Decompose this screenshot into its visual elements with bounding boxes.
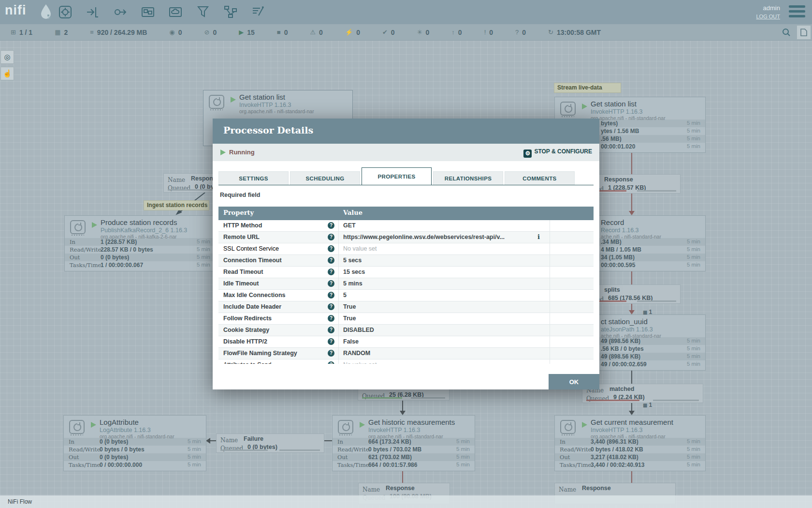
stat-readwrite: 0 bytes / 418.02 KB <box>591 446 643 453</box>
disabled-icon: ⚡ <box>345 29 353 36</box>
check-icon: ✔ <box>382 29 388 36</box>
output-port-component-button[interactable] <box>113 5 128 19</box>
dialog-title: Processor Details <box>223 125 313 135</box>
warning-icon: ⚠ <box>310 29 316 36</box>
stopped-icon: ■ <box>277 29 281 36</box>
property-row-clipped[interactable]: Attributes to Send? No value set <box>218 359 594 364</box>
stat-in: 664 (173.24 KB) <box>368 438 411 445</box>
property-row[interactable]: SSL Context Service? No value set <box>218 243 594 255</box>
property-row[interactable]: HTTP Method? GET <box>218 220 594 232</box>
property-row[interactable]: Max Idle Connections? 5 <box>218 290 594 301</box>
last-refresh[interactable]: ↻13:00:58 GMT <box>548 29 601 36</box>
current-user: admin <box>756 4 780 12</box>
property-row[interactable]: Follow Redirects? True <box>218 313 594 325</box>
backpressure-size-bar <box>653 400 699 401</box>
processor-get-current-measurement[interactable]: Get current measurement InvokeHTTP 1.16.… <box>554 415 706 471</box>
stat-tasks: 0 / 00:00:00.000 <box>100 462 142 468</box>
connection-line[interactable] <box>631 153 632 174</box>
label-component-button[interactable] <box>251 5 265 19</box>
ok-button[interactable]: OK <box>549 374 599 389</box>
connection-line[interactable] <box>402 471 403 483</box>
connection-line[interactable] <box>402 401 403 411</box>
help-icon: ? <box>328 234 334 240</box>
processor-name: Get current measurement <box>591 418 673 426</box>
tab-scheduling[interactable]: SCHEDULING <box>290 171 360 185</box>
invalid-status: ⚠0 <box>310 29 322 36</box>
processor-state: Running <box>229 149 255 156</box>
global-menu-button[interactable] <box>789 5 805 17</box>
tab-comments[interactable]: COMMENTS <box>505 171 575 185</box>
property-row[interactable]: Connection Timeout? 5 secs <box>218 255 594 267</box>
refresh-icon: ↻ <box>548 29 553 36</box>
properties-table: Property Value HTTP Method? GET Remote U… <box>218 207 594 364</box>
dialog-tabs: SETTINGS SCHEDULING PROPERTIES RELATIONS… <box>218 167 576 185</box>
connection-line[interactable] <box>210 440 216 441</box>
stat-in: 49 (898.56 KB) <box>601 338 640 344</box>
navigate-palette-button[interactable]: ◎ <box>0 50 14 64</box>
process-group-component-button[interactable] <box>141 5 155 19</box>
running-status: ▶15 <box>239 29 255 36</box>
dialog-status-row: Running ⚙STOP & CONFIGURE <box>213 144 599 161</box>
connection-label-matched[interactable]: Namematched Queued9 (2.24 KB) <box>582 384 703 403</box>
tab-properties[interactable]: PROPERTIES <box>362 167 432 185</box>
connection-line[interactable] <box>631 471 632 483</box>
grid-icon: ▦ <box>643 403 647 408</box>
connection-line[interactable] <box>631 403 632 411</box>
connection-arrow <box>629 211 635 215</box>
processor-log-attribute[interactable]: LogAttribute LogAttribute 1.16.3 org.apa… <box>63 415 206 471</box>
gear-icon: ⚙ <box>523 149 532 158</box>
help-icon: ? <box>328 292 334 299</box>
connection-line[interactable] <box>631 271 632 284</box>
stat-in: 1 (228.57 KB) <box>101 239 137 245</box>
cluster-status: ⊞1 / 1 <box>11 29 32 36</box>
stat-in: 3,440 (896.31 KB) <box>591 438 638 445</box>
tab-settings[interactable]: SETTINGS <box>218 171 289 185</box>
processor-type: InvokeHTTP 1.16.3 <box>239 102 291 108</box>
search-button[interactable] <box>779 25 794 40</box>
processor-component-button[interactable] <box>58 5 72 19</box>
property-row[interactable]: FlowFile Naming Strategy? RANDOM <box>218 348 594 359</box>
processor-get-historic-measurements[interactable]: Get historic measurements InvokeHTTP 1.1… <box>332 415 475 471</box>
processor-name: Record <box>601 218 624 226</box>
active-threads-badge: ▦1 <box>643 309 652 315</box>
property-row[interactable]: Cookie Strategy? DISABLED <box>218 325 594 336</box>
tab-relationships[interactable]: RELATIONSHIPS <box>433 171 503 185</box>
backpressure-object-bar <box>220 449 268 451</box>
stat-out: 621 (703.02 MB) <box>368 454 412 461</box>
property-row[interactable]: Idle Timeout? 5 mins <box>218 278 594 290</box>
connection-line[interactable] <box>324 440 332 441</box>
processor-bundle: org.apache.nifi - nifi-standard-nar <box>239 108 314 114</box>
canvas-label-ingest-station-records[interactable]: Ingest station records <box>144 200 209 210</box>
help-icon: ? <box>328 280 334 287</box>
locally-modified-status: ✳0 <box>417 29 430 36</box>
connection-line[interactable] <box>631 194 632 211</box>
locally-modified-stale-status: !0 <box>484 29 493 36</box>
property-row[interactable]: Include Date Header? True <box>218 301 594 313</box>
backpressure-size-bar <box>279 449 320 451</box>
funnel-component-button[interactable] <box>196 5 210 19</box>
connection-line[interactable] <box>631 304 632 311</box>
stat-out: 0 (0 bytes) <box>100 454 128 461</box>
connection-line[interactable] <box>631 371 632 384</box>
property-row[interactable]: Remote URL? https://www.pegelonline.wsv.… <box>218 232 594 243</box>
processor-produce-station-records[interactable]: Produce station records PublishKafkaReco… <box>64 215 216 271</box>
remote-process-group-component-button[interactable] <box>168 5 183 19</box>
canvas-label-stream-live-data[interactable]: Stream live-data <box>554 83 621 93</box>
logout-link[interactable]: LOG OUT <box>756 14 780 19</box>
stat-tasks: 3,440 / 00:02:40.913 <box>591 462 644 468</box>
processor-icon <box>559 101 577 118</box>
property-row[interactable]: Disable HTTP/2? False <box>218 336 594 348</box>
connection-label-failure[interactable]: NameFailure Queued0 (0 bytes) <box>216 433 324 453</box>
backpressure-object-bar <box>586 400 639 401</box>
stat-out: 34 (1.05 MB) <box>601 254 635 261</box>
birdseye-toggle-button[interactable] <box>797 25 811 40</box>
sync-failure-status: ?0 <box>515 29 526 36</box>
template-component-button[interactable] <box>223 5 238 19</box>
operate-palette-button[interactable]: ☝ <box>0 67 14 80</box>
property-row[interactable]: Read Timeout? 15 secs <box>218 267 594 278</box>
input-port-component-button[interactable] <box>86 5 100 19</box>
breadcrumb[interactable]: NiFi Flow <box>8 498 32 505</box>
status-bar: ⊞1 / 1 ▦2 ≡920 / 264.29 MB ◉0 ⊘0 ▶15 ■0 … <box>0 24 812 41</box>
stop-and-configure-button[interactable]: ⚙STOP & CONFIGURE <box>523 148 592 158</box>
queued-icon: ≡ <box>90 29 94 36</box>
